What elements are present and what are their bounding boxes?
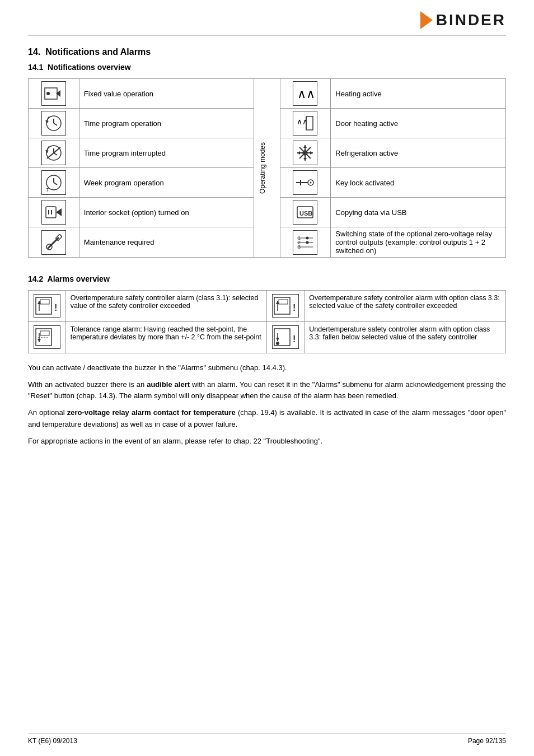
svg-marker-1 [56,90,60,97]
alarms-table: ! Overtemperature safety controller alar… [28,290,506,353]
maintenance-icon [41,230,66,255]
svg-marker-23 [297,151,300,155]
svg-marker-7 [45,120,49,123]
svg-marker-64 [38,339,41,342]
body-para-2: With an activated buzzer there is an aud… [28,379,506,402]
section14-1-title: 14.1 Notifications overview [28,63,506,72]
door-heating-icon: ∧∧ [293,111,317,136]
svg-line-27 [54,183,57,185]
svg-text:!: ! [293,334,296,344]
svg-marker-34 [56,208,62,216]
notif-icon-cell-5 [29,198,79,227]
alarm-icon-cell-2 [29,322,66,353]
footer: KT (E6) 09/2013 Page 92/135 [28,733,506,745]
notif-label-r3: Refrigeration active [331,138,506,168]
usb-icon: USB [293,200,317,225]
body-para-4: For appropriate actions in the event of … [28,436,506,447]
alarm-icon-cell-1: ! [29,291,66,322]
alarm-row-2: Tolerance range alarm: Having reached th… [29,322,506,353]
body-para-3: An optional zero-voltage relay alarm con… [28,407,506,430]
alarm-text-r2: Undertemperature safety controller alarm… [305,322,506,353]
notif-label-5: Interior socket (option) turned on [79,198,254,227]
svg-marker-21 [303,145,307,148]
alarm-icon-cell-r2: ! [267,322,305,353]
svg-text:USB: USB [299,210,312,217]
logo-arrow-icon [420,11,433,29]
notif-row-1: Fixed value operation Operating modes ∧∧… [29,79,506,109]
notif-icon-cell-2 [29,109,79,138]
alarm-text-1: Overtemperature safety controller alarm … [65,291,267,322]
week-program-icon: 7 [41,170,66,195]
svg-point-48 [306,241,309,244]
notif-label-r2: Door heating active [331,109,506,138]
notif-icon-cell-r3 [280,138,331,168]
svg-point-2 [46,92,50,95]
heating-active-icon: ∧∧∧ [293,81,317,106]
notif-label-4: Week program operation [79,168,254,198]
socket-icon [41,200,66,225]
svg-text:3: 3 [298,244,301,250]
time-program-icon [41,111,66,136]
svg-text:!: ! [54,303,57,312]
key-lock-icon [293,170,317,195]
alarm-text-r1: Overtemperature safety controller alarm … [305,291,506,322]
notif-icon-cell-6 [29,227,79,258]
svg-point-70 [276,342,279,345]
body-para-1: You can activate / deactivate the buzzer… [28,362,506,374]
header: BINDER [28,11,506,36]
alarm-row-1: ! Overtemperature safety controller alar… [29,291,506,322]
svg-marker-69 [276,338,279,341]
notif-icon-cell-3 [29,138,79,168]
relay-outputs-icon: 1 2 3 [293,230,317,255]
notif-icon-cell-r4 [280,168,331,198]
notifications-table: Fixed value operation Operating modes ∧∧… [28,78,506,258]
overtemp-alarm-icon-1: ! [34,294,60,318]
notif-icon-cell-1 [29,79,79,109]
notif-label-r6: Switching state of the optional zero-vol… [331,227,506,258]
operating-modes-cell: Operating modes [254,79,280,258]
fixed-value-icon [41,81,66,106]
section14-2-title: 14.2 Alarms overview [28,274,506,283]
logo-text: BINDER [436,11,506,29]
svg-text:7: 7 [46,187,49,193]
overtemp-alarm-icon-2: ! [272,294,299,318]
notif-icon-cell-r5: USB [280,198,331,227]
alarm-text-2: Tolerance range alarm: Having reached th… [65,322,267,353]
svg-text:∧∧∧: ∧∧∧ [297,87,315,101]
notif-label-1: Fixed value operation [79,79,254,109]
svg-marker-14 [45,150,49,153]
footer-left: KT (E6) 09/2013 [28,737,77,745]
notif-label-r5: Copying data via USB [331,198,506,227]
notif-icon-cell-4: 7 [29,168,79,198]
svg-rect-60 [279,300,288,304]
section14-title: 14. Notifications and Alarms [28,47,506,57]
notif-label-r4: Key lock activated [331,168,506,198]
alarm-icon-cell-r1: ! [267,291,305,322]
footer-right: Page 92/135 [468,737,506,745]
refrigeration-icon [293,141,317,165]
svg-marker-24 [310,151,313,155]
svg-point-46 [306,236,309,239]
notif-label-3: Time program interrupted [79,138,254,168]
notif-label-6: Maintenance required [79,227,254,258]
time-program-interrupted-icon [41,141,66,165]
notif-label-2: Time program operation [79,109,254,138]
notif-icon-cell-r2: ∧∧ [280,109,331,138]
page: BINDER 14. Notifications and Alarms 14.1… [0,0,534,756]
notif-icon-cell-r6: 1 2 3 [280,227,331,258]
svg-line-6 [54,123,57,125]
logo: BINDER [420,11,506,29]
tolerance-alarm-icon [34,325,60,349]
svg-marker-22 [303,158,307,161]
notif-icon-cell-r1: ∧∧∧ [280,79,331,109]
notif-label-r1: Heating active [331,79,506,109]
svg-rect-54 [40,300,49,304]
svg-text:!: ! [293,303,296,312]
svg-line-13 [54,153,57,155]
svg-rect-65 [40,331,49,335]
svg-point-31 [310,182,312,184]
undertemp-alarm-icon: ! [272,325,299,349]
